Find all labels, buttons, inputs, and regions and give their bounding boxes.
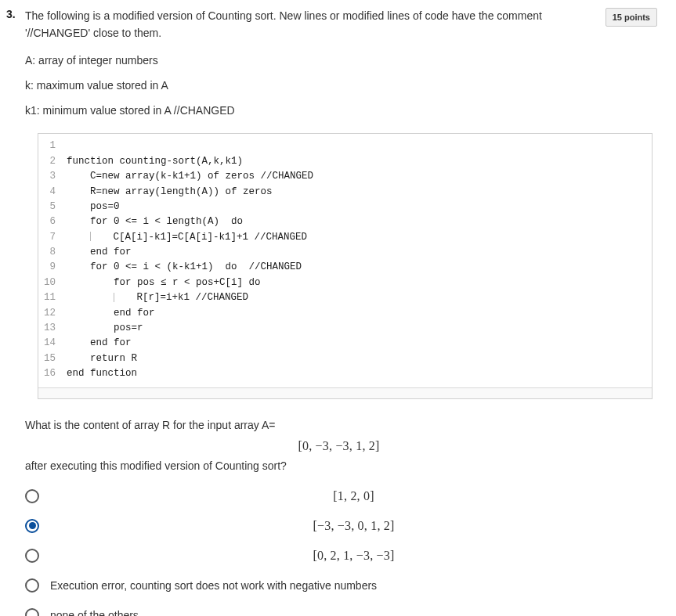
code-line: 10 for pos ≤ r < pos+C[i] do [38,276,652,290]
option-label: [1, 2, 0] [50,489,657,503]
radio-icon[interactable] [25,519,39,533]
code-line: 1 [38,139,652,153]
line-number: 12 [38,306,67,321]
line-content: end for [67,245,652,260]
line-number: 1 [38,139,67,153]
code-body: 12function counting-sort(A,k,k1)3 C=new … [38,134,652,386]
answer-option[interactable]: Execution error, counting sort does not … [25,572,657,599]
question-text: The following is a modified version of C… [25,8,587,41]
line-content: R[r]=i+k1 //CHANGED [67,290,652,305]
line-content: end for [67,336,652,351]
answer-option[interactable]: [0, 2, 1, −3, −3] [25,542,657,569]
line-number: 13 [38,321,67,336]
code-line: 4 R=new array(length(A)) of zeros [38,185,652,200]
radio-icon[interactable] [25,578,39,593]
answer-option[interactable]: none of the others [25,602,657,616]
line-number: 15 [38,351,67,366]
line-number: 16 [38,366,67,381]
line-number: 3 [38,169,67,184]
radio-icon[interactable] [25,489,39,503]
intro-line2: '//CHANGED' close to them. [25,27,161,39]
code-line: 3 C=new array(k-k1+1) of zeros //CHANGED [38,169,652,184]
code-line: 13 pos=r [38,321,652,336]
code-line: 8 end for [38,245,652,260]
points-badge: 15 points [606,8,657,27]
code-block: 12function counting-sort(A,k,k1)3 C=new … [38,133,653,399]
line-content: return R [67,351,652,366]
line-content: for pos ≤ r < pos+C[i] do [67,276,652,290]
option-label: none of the others [50,609,657,616]
radio-icon[interactable] [25,608,39,616]
code-line: 2function counting-sort(A,k,k1) [38,154,652,169]
answer-option[interactable]: [1, 2, 0] [25,483,657,510]
option-label: [0, 2, 1, −3, −3] [50,549,657,563]
line-content: for 0 <= i < (k-k1+1) do //CHANGED [67,260,652,275]
intro-line1: The following is a modified version of C… [25,9,542,22]
indent-guide-icon [90,232,91,241]
definition-k1: k1: minimum value stored in A //CHANGED [25,103,657,120]
line-number: 9 [38,260,67,275]
definition-k: k: maximum value stored in A [25,77,657,95]
option-label: [−3, −3, 0, 1, 2] [50,519,657,533]
line-number: 5 [38,200,67,214]
answer-options: [1, 2, 0][−3, −3, 0, 1, 2][0, 2, 1, −3, … [25,483,657,616]
line-number: 4 [38,185,67,200]
line-content: pos=0 [67,200,652,214]
line-content: R=new array(length(A)) of zeros [67,185,652,200]
indent-guide-icon [114,293,114,302]
option-label: Execution error, counting sort does not … [50,579,657,592]
line-number: 7 [38,230,67,245]
code-line: 5 pos=0 [38,200,652,214]
code-line: 12 end for [38,306,652,321]
code-line: 9 for 0 <= i < (k-k1+1) do //CHANGED [38,260,652,275]
line-content [67,139,652,153]
line-number: 11 [38,290,67,305]
question-container: 3. The following is a modified version o… [0,0,676,616]
question-number: 3. [6,8,25,20]
question-header: 3. The following is a modified version o… [6,8,657,41]
line-content: C=new array(k-k1+1) of zeros //CHANGED [67,169,652,184]
code-line: 14 end for [38,336,652,351]
line-number: 8 [38,245,67,260]
code-line: 15 return R [38,351,652,366]
prompt-line1: What is the content of array R for the i… [25,416,653,434]
answer-option[interactable]: [−3, −3, 0, 1, 2] [25,513,657,539]
line-content: for 0 <= i < length(A) do [67,214,652,229]
input-array: [0, −3, −3, 1, 2] [25,436,653,456]
code-line: 7 C[A[i]-k1]=C[A[i]-k1]+1 //CHANGED [38,230,652,245]
line-number: 10 [38,276,67,290]
code-line: 11 R[r]=i+k1 //CHANGED [38,290,652,305]
code-line: 6 for 0 <= i < length(A) do [38,214,652,229]
code-footer-bar [38,387,652,398]
line-number: 2 [38,154,67,169]
subquestion-prompt: What is the content of array R for the i… [25,416,653,474]
definition-a: A: array of integer numbers [25,52,657,70]
line-content: function counting-sort(A,k,k1) [67,154,652,169]
line-number: 6 [38,214,67,229]
code-line: 16end function [38,366,652,381]
line-content: C[A[i]-k1]=C[A[i]-k1]+1 //CHANGED [67,230,652,245]
line-number: 14 [38,336,67,351]
line-content: end for [67,306,652,321]
line-content: pos=r [67,321,652,336]
radio-icon[interactable] [25,549,39,563]
line-content: end function [67,366,652,381]
prompt-line2: after executing this modified version of… [25,457,653,474]
